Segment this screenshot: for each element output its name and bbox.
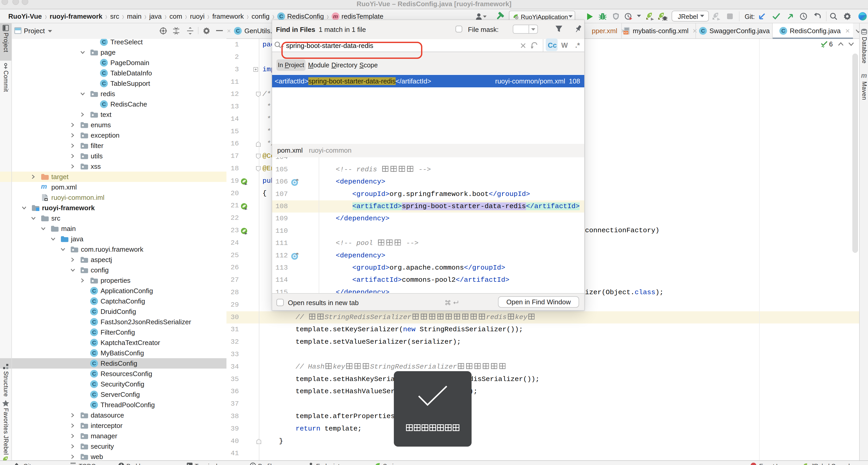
svg-text:<>: <>: [624, 31, 628, 34]
